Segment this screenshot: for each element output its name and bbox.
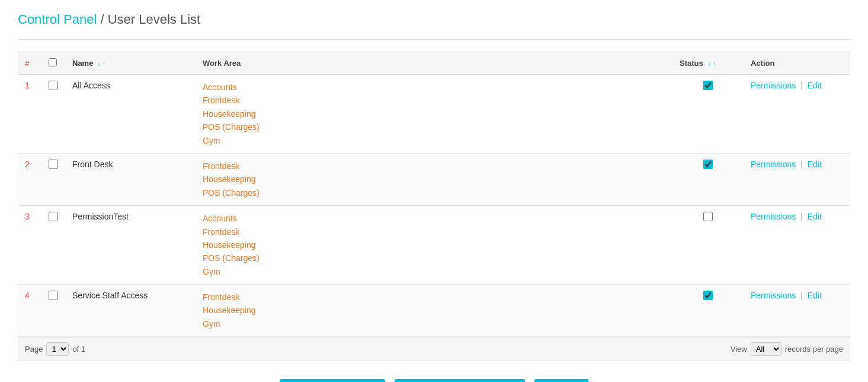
row-number: 3 — [18, 206, 41, 285]
row-work-area: FrontdeskHousekeepingGym — [196, 285, 672, 337]
row-number: 1 — [18, 75, 41, 154]
edit-link[interactable]: Edit — [808, 291, 822, 300]
control-panel-link[interactable]: Control Panel — [18, 12, 97, 27]
row-checkbox-cell — [41, 206, 65, 285]
row-action: Permissions | Edit — [744, 285, 850, 337]
edit-link[interactable]: Edit — [808, 81, 822, 90]
row-work-area: FrontdeskHousekeepingPOS (Charges) — [196, 153, 672, 205]
table-row: 2Front DeskFrontdeskHousekeepingPOS (Cha… — [18, 153, 850, 205]
edit-link[interactable]: Edit — [808, 212, 822, 221]
row-checkbox-cell — [41, 153, 65, 205]
row-action: Permissions | Edit — [744, 206, 850, 285]
cancel-button[interactable]: Cancel — [534, 379, 589, 382]
action-separator: | — [798, 291, 805, 300]
status-sort-desc-icon[interactable]: ↑ — [713, 60, 716, 66]
pagination-bar: Page 1 of 1 View All 10 25 50 100 record… — [18, 337, 850, 361]
permissions-link[interactable]: Permissions — [751, 291, 796, 300]
row-status — [672, 206, 744, 285]
col-header-name: Name ↓ ↑ — [65, 52, 196, 75]
status-sort-asc-icon[interactable]: ↓ — [708, 60, 711, 66]
work-area-item: Gym — [203, 317, 665, 330]
row-select-checkbox[interactable] — [49, 291, 58, 300]
edit-link[interactable]: Edit — [808, 160, 822, 169]
row-select-checkbox[interactable] — [49, 160, 58, 169]
divider — [18, 39, 850, 40]
row-status — [672, 75, 744, 154]
row-work-area: AccountsFrontdeskHousekeepingPOS (Charge… — [196, 206, 672, 285]
action-buttons: Add a new user level Delete Selected Use… — [18, 379, 850, 382]
work-area-item: Frontdesk — [203, 94, 665, 107]
row-action: Permissions | Edit — [744, 75, 850, 154]
records-per-page-select[interactable]: All 10 25 50 100 — [751, 342, 781, 356]
col-header-action: Action — [744, 52, 850, 75]
row-checkbox-cell — [41, 75, 65, 154]
work-area-item: Housekeeping — [203, 304, 665, 317]
select-all-checkbox[interactable] — [49, 58, 57, 66]
permissions-link[interactable]: Permissions — [751, 81, 796, 90]
status-checkbox[interactable] — [703, 81, 713, 90]
of-label: of 1 — [72, 345, 85, 354]
work-area-item: Housekeeping — [203, 173, 665, 186]
row-select-checkbox[interactable] — [49, 212, 58, 221]
work-area-item: POS (Charges) — [203, 252, 665, 265]
work-area-item: Housekeeping — [203, 238, 665, 252]
current-page-title: User Levels List — [108, 12, 201, 27]
row-number: 2 — [18, 153, 41, 205]
row-select-checkbox[interactable] — [49, 81, 58, 90]
permissions-link[interactable]: Permissions — [751, 212, 796, 221]
status-checkbox[interactable] — [703, 160, 713, 169]
work-area-item: Frontdesk — [203, 225, 665, 238]
action-separator: | — [798, 212, 805, 221]
col-header-status: Status ↓ ↑ — [672, 52, 744, 75]
row-status — [672, 153, 744, 205]
row-action: Permissions | Edit — [744, 153, 850, 205]
row-name: PermissionTest — [65, 206, 196, 285]
add-user-level-button[interactable]: Add a new user level — [280, 379, 385, 382]
action-separator: | — [798, 160, 805, 169]
page-label: Page — [25, 345, 43, 354]
page-select[interactable]: 1 — [46, 342, 69, 356]
col-header-workarea: Work Area — [196, 52, 672, 75]
status-checkbox[interactable] — [703, 291, 713, 300]
action-separator: | — [798, 81, 805, 90]
name-sort-asc-icon[interactable]: ↓ — [98, 61, 101, 67]
row-name: Service Staff Access — [65, 285, 196, 337]
permissions-link[interactable]: Permissions — [751, 160, 796, 169]
row-work-area: AccountsFrontdeskHousekeepingPOS (Charge… — [196, 75, 672, 154]
work-area-item: Gym — [203, 134, 665, 147]
work-area-item: POS (Charges) — [203, 186, 665, 199]
delete-selected-button[interactable]: Delete Selected User levels — [395, 379, 525, 382]
work-area-item: Accounts — [203, 212, 665, 225]
table-row: 3PermissionTestAccountsFrontdeskHousekee… — [18, 206, 850, 285]
table-row: 4Service Staff AccessFrontdeskHousekeepi… — [18, 285, 850, 337]
work-area-item: Gym — [203, 265, 665, 278]
status-checkbox[interactable] — [703, 212, 713, 221]
user-levels-table: # Name ↓ ↑ Work Area Status ↓ — [18, 52, 850, 337]
row-number: 4 — [18, 285, 41, 337]
work-area-item: Frontdesk — [203, 291, 665, 304]
row-status — [672, 285, 744, 337]
breadcrumb: Control Panel / User Levels List — [18, 12, 850, 27]
work-area-item: POS (Charges) — [203, 120, 665, 133]
work-area-item: Accounts — [203, 81, 665, 94]
row-name: Front Desk — [65, 153, 196, 205]
work-area-item: Frontdesk — [203, 160, 665, 173]
row-name: All Access — [65, 75, 196, 154]
records-label: records per page — [785, 345, 843, 354]
col-header-num: # — [18, 52, 41, 75]
row-checkbox-cell — [41, 285, 65, 337]
name-sort-desc-icon[interactable]: ↑ — [103, 61, 105, 67]
col-header-checkbox — [41, 52, 65, 75]
view-label: View — [731, 345, 747, 354]
work-area-item: Housekeeping — [203, 107, 665, 120]
table-row: 1All AccessAccountsFrontdeskHousekeeping… — [18, 75, 850, 154]
